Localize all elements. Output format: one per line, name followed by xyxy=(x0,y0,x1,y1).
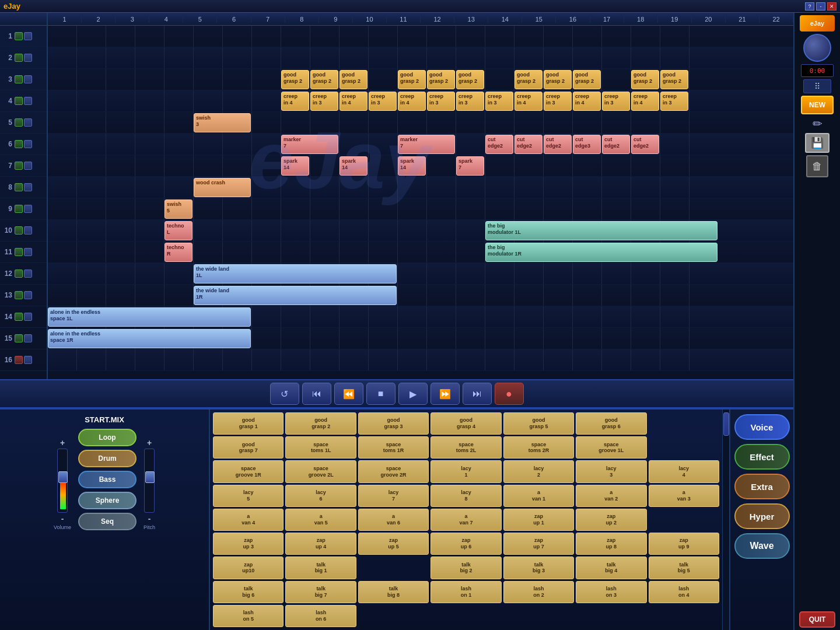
drum-mix-button[interactable]: Drum xyxy=(78,450,136,467)
volume-fader-handle[interactable] xyxy=(58,471,68,483)
sample-item[interactable]: a van 2 xyxy=(576,485,646,507)
sample-item[interactable]: talk big 2 xyxy=(430,556,501,579)
clip[interactable]: good grasp 2 xyxy=(631,70,659,89)
sample-item[interactable]: space toms 1L xyxy=(285,436,356,459)
seq-mix-button[interactable]: Seq xyxy=(78,513,136,530)
help-button[interactable]: ? xyxy=(805,2,814,10)
track-lane-14[interactable]: alone in the endless space 1L xyxy=(48,306,793,328)
sample-item[interactable]: a van 5 xyxy=(285,509,356,531)
sample-item[interactable]: space toms 2R xyxy=(503,436,574,459)
sample-item[interactable]: space groove 2R xyxy=(358,460,429,482)
sample-item[interactable]: lacy 8 xyxy=(430,485,501,507)
sample-item[interactable]: a van 7 xyxy=(430,509,501,531)
sample-item[interactable]: zap up 2 xyxy=(576,509,646,531)
pitch-fader[interactable] xyxy=(144,449,155,513)
clip[interactable]: creep in 3 xyxy=(369,92,397,111)
loop-mix-button[interactable]: Loop xyxy=(78,429,136,446)
sample-item[interactable]: good grasp 1 xyxy=(213,412,284,435)
clip[interactable]: good grasp 2 xyxy=(456,70,484,89)
clip[interactable]: the big modulator 1R xyxy=(485,243,718,262)
track-solo-5[interactable] xyxy=(24,118,32,127)
sample-item[interactable]: a van 4 xyxy=(213,509,284,531)
sample-item[interactable]: lacy 6 xyxy=(285,485,356,507)
track-mute-15[interactable] xyxy=(15,334,23,342)
sample-item[interactable]: lacy 7 xyxy=(358,485,429,507)
sample-item[interactable]: zap up 8 xyxy=(576,533,646,555)
sample-item[interactable]: zap up 7 xyxy=(503,533,574,555)
disk-icon[interactable]: 💾 xyxy=(805,133,830,153)
sample-item[interactable]: good grasp 3 xyxy=(358,412,429,435)
sample-item[interactable]: zap up 9 xyxy=(649,533,719,555)
sample-item[interactable]: zap up 1 xyxy=(503,509,574,531)
clip[interactable]: good grasp 2 xyxy=(310,70,338,89)
clip[interactable]: techno R xyxy=(164,243,192,262)
sample-item[interactable]: lash on 1 xyxy=(430,581,501,603)
to-start-button[interactable]: ⏮ xyxy=(302,383,331,405)
track-solo-13[interactable] xyxy=(24,291,32,299)
clip[interactable]: cut edge2 xyxy=(602,135,630,154)
track-mute-11[interactable] xyxy=(15,248,23,256)
clip[interactable]: cut edge2 xyxy=(514,135,542,154)
clip[interactable]: creep in 3 xyxy=(602,92,630,111)
clip[interactable]: good grasp 2 xyxy=(427,70,455,89)
track-solo-15[interactable] xyxy=(24,334,32,342)
pitch-fader-handle[interactable] xyxy=(145,471,155,483)
track-mute-6[interactable] xyxy=(15,140,23,148)
sample-item[interactable]: zap up10 xyxy=(213,556,284,579)
track-mute-16[interactable] xyxy=(15,356,23,364)
clip[interactable]: creep in 3 xyxy=(485,92,513,111)
sample-item[interactable]: space groove 1L xyxy=(576,436,646,459)
clip[interactable]: swish 3 xyxy=(194,113,251,132)
track-solo-14[interactable] xyxy=(24,313,32,321)
clip[interactable]: creep in 4 xyxy=(573,92,601,111)
sample-item[interactable]: good grasp 4 xyxy=(430,412,501,435)
scrollbar-thumb[interactable] xyxy=(723,412,729,436)
clip[interactable]: spark 7 xyxy=(456,156,484,176)
clip[interactable]: spark 14 xyxy=(340,156,368,176)
extra-button[interactable]: Extra xyxy=(734,474,790,499)
clip[interactable]: alone in the endless space 1R xyxy=(48,329,251,348)
clip[interactable]: creep in 3 xyxy=(544,92,572,111)
clip[interactable]: good grasp 2 xyxy=(573,70,601,89)
sample-item[interactable]: talk big 8 xyxy=(358,581,429,603)
track-lane-15[interactable]: alone in the endless space 1R xyxy=(48,328,793,349)
sample-item[interactable]: zap up 4 xyxy=(285,533,356,555)
clip[interactable]: good grasp 2 xyxy=(281,70,309,89)
track-lane-2[interactable] xyxy=(48,47,793,69)
sphere-mix-button[interactable]: Sphere xyxy=(78,492,136,509)
bass-mix-button[interactable]: Bass xyxy=(78,471,136,488)
sample-item[interactable]: talk big 7 xyxy=(285,581,356,603)
track-lane-7[interactable]: spark 14spark 14spark 14spark 7 xyxy=(48,155,793,177)
track-mute-13[interactable] xyxy=(15,291,23,299)
clip[interactable]: good grasp 2 xyxy=(398,70,426,89)
clip[interactable]: good grasp 2 xyxy=(660,70,688,89)
rewind-button[interactable]: ⏪ xyxy=(334,383,363,405)
clip[interactable]: creep in 4 xyxy=(281,92,309,111)
volume-fader[interactable] xyxy=(57,449,68,513)
clip[interactable]: the wide land 1R xyxy=(194,286,397,305)
clip[interactable]: marker 7 xyxy=(398,135,455,154)
track-solo-2[interactable] xyxy=(24,54,32,62)
wave-button[interactable]: Wave xyxy=(734,533,790,559)
sample-item[interactable]: lacy 1 xyxy=(430,460,501,482)
sample-item[interactable]: lacy 3 xyxy=(576,460,646,482)
track-lane-1[interactable] xyxy=(48,26,793,47)
sample-item[interactable]: good grasp 6 xyxy=(576,412,646,435)
sample-item[interactable]: a van 6 xyxy=(358,509,429,531)
track-mute-10[interactable] xyxy=(15,226,23,235)
track-solo-11[interactable] xyxy=(24,248,32,256)
track-solo-6[interactable] xyxy=(24,140,32,148)
sample-item[interactable]: good grasp 2 xyxy=(285,412,356,435)
track-solo-12[interactable] xyxy=(24,270,32,278)
sample-item[interactable]: lacy 2 xyxy=(503,460,574,482)
track-solo-16[interactable] xyxy=(24,356,32,364)
hyper-button[interactable]: Hyper xyxy=(734,503,790,529)
track-lanes[interactable]: eJay good grasp 2good grasp 2good grasp … xyxy=(48,26,793,379)
play-button[interactable]: ▶ xyxy=(398,383,428,405)
track-solo-3[interactable] xyxy=(24,75,32,83)
track-lane-8[interactable]: wood crash xyxy=(48,177,793,198)
clip[interactable]: marker 7 xyxy=(281,135,338,154)
sample-item[interactable]: talk big 6 xyxy=(213,581,284,603)
quit-button[interactable]: QUIT xyxy=(799,611,835,628)
clip[interactable]: the wide land 1L xyxy=(194,264,397,284)
